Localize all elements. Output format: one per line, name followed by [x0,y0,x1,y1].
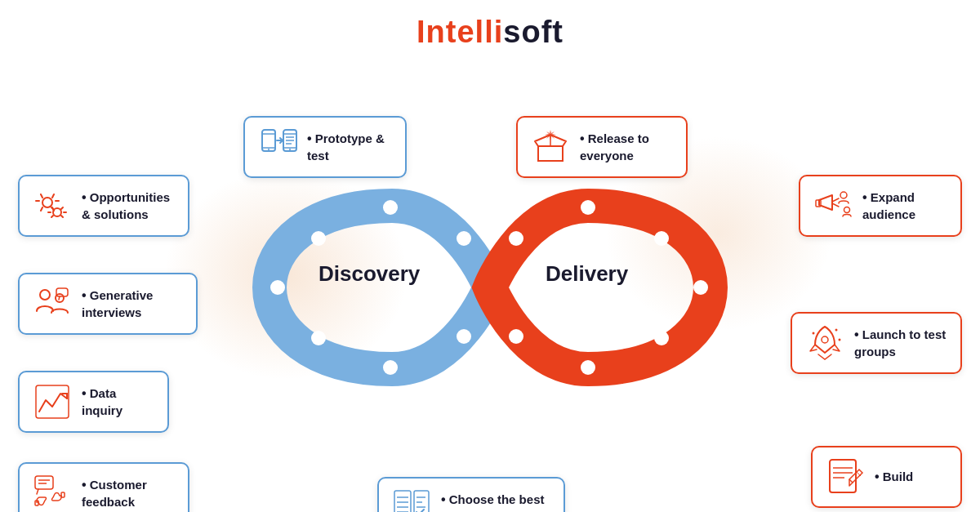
card-release: • Release to everyone [516,116,688,178]
svg-rect-20 [35,476,53,489]
main-area: Discovery Delivery • Opportunities & sol… [0,54,980,511]
svg-point-4 [383,360,398,375]
card-choose: • Choose the best option [377,477,565,512]
opportunities-text: • Opportunities & solutions [82,189,176,222]
svg-point-11 [581,360,595,375]
svg-point-5 [457,329,471,344]
card-launch: • Launch to test groups [791,312,962,374]
generative-icon [31,283,74,325]
discovery-label: Discovery [318,261,420,287]
svg-point-10 [654,331,669,345]
svg-point-14 [42,198,52,207]
launch-text: • Launch to test groups [854,327,949,359]
opportunities-icon [31,185,74,227]
svg-rect-24 [61,492,65,497]
generative-text: • Generative interviews [82,287,185,320]
prototype-text: • Prototype & test [307,131,394,163]
svg-point-1 [311,231,326,246]
svg-rect-19 [36,385,69,418]
card-prototype: • Prototype & test [243,116,407,178]
choose-icon [390,487,433,512]
card-generative: • Generative interviews [18,273,198,335]
card-opportunities: • Opportunities & solutions [18,175,189,237]
svg-point-28 [268,149,270,150]
release-text: • Release to everyone [580,131,675,163]
card-build: • Build [811,446,962,508]
svg-point-48 [840,192,847,198]
page-title: Intellisoft [0,0,980,50]
launch-icon [804,322,846,364]
svg-point-32 [289,149,291,150]
svg-point-13 [509,231,523,246]
title-intelli: Intelli [416,15,503,49]
card-expand: • Expand audience [799,175,962,237]
customer-feedback-text: • Customer feedback [82,477,176,510]
svg-point-12 [509,329,523,344]
title-soft: soft [503,15,564,49]
svg-point-53 [839,339,841,341]
svg-point-8 [654,231,669,246]
card-data-inquiry: • Data inquiry [18,371,169,433]
svg-point-2 [270,280,285,295]
svg-point-49 [844,207,850,213]
data-inquiry-icon [31,381,74,423]
build-icon [824,456,866,498]
svg-point-6 [457,231,471,246]
svg-point-0 [383,200,398,215]
card-customer-feedback: • Customer feedback [18,462,189,512]
customer-feedback-icon [31,472,74,512]
svg-point-15 [53,208,61,216]
data-inquiry-text: • Data inquiry [82,385,156,418]
build-text: • Build [875,469,913,486]
expand-text: • Expand audience [862,189,949,222]
choose-text: • Choose the best option [441,492,552,512]
svg-point-3 [311,331,326,345]
release-icon [529,126,572,168]
svg-point-50 [822,336,828,343]
expand-icon [812,185,854,227]
svg-rect-43 [414,491,429,512]
svg-point-16 [40,290,50,300]
infinity-shape: Discovery Delivery [245,165,735,410]
svg-point-7 [581,200,595,215]
svg-point-9 [693,280,708,295]
svg-point-52 [835,329,838,332]
svg-rect-37 [394,491,411,512]
prototype-icon [256,126,299,168]
svg-point-51 [813,332,815,335]
delivery-label: Delivery [546,261,628,287]
